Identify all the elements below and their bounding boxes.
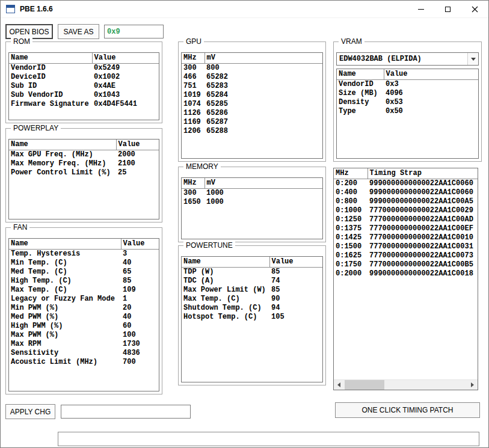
version-input[interactable] [104, 25, 164, 38]
col-header-name[interactable]: Name [337, 69, 384, 79]
table-row[interactable]: High PWM (%)60 [9, 321, 159, 330]
col-header-name[interactable]: Name [9, 239, 121, 249]
chevron-down-icon [467, 53, 478, 65]
table-row[interactable]: Sensitivity4836 [9, 348, 159, 357]
table-row[interactable]: Max Power Limit (W)85 [182, 285, 322, 294]
table-row[interactable]: Max RPM1730 [9, 339, 159, 348]
table-row[interactable]: 0:2009990000000000022AA1C0060 [334, 179, 478, 188]
table-row[interactable]: Hotspot Temp. (C)105 [182, 312, 322, 321]
table-row[interactable]: 0:12507770000000000022AA1C00AD [334, 215, 478, 224]
maximize-button[interactable] [434, 1, 461, 17]
col-header-mv[interactable]: mV [205, 178, 322, 188]
col-header-mhz[interactable]: MHz [182, 53, 205, 63]
col-header-value[interactable]: Value [116, 140, 159, 150]
table-row[interactable]: 300800 [182, 63, 322, 72]
table-row[interactable]: Shutdown Temp. (C)94 [182, 303, 322, 312]
col-header-name[interactable]: Name [182, 257, 269, 267]
col-header-mhz[interactable]: MHz [334, 168, 368, 179]
table-cell: Power Control Limit (%) [9, 168, 116, 177]
table-row[interactable]: 0:16257770000000000022AA1C0073 [334, 251, 478, 260]
table-row[interactable]: Acoustic Limit (MHz)700 [9, 357, 159, 366]
table-cell: Sensitivity [9, 348, 121, 357]
scroll-left-button[interactable] [334, 380, 344, 390]
table-row[interactable]: Density0x53 [337, 97, 478, 106]
col-header-name[interactable]: Name [9, 140, 116, 150]
one-click-timing-patch-button[interactable]: ONE CLICK TIMING PATCH [335, 402, 480, 418]
table-row[interactable]: Med PWM (%)40 [9, 312, 159, 321]
table-cell: Max Temp. (C) [9, 285, 121, 294]
table-row[interactable]: 112665286 [182, 108, 322, 117]
table-row[interactable]: 75165283 [182, 81, 322, 90]
table-row[interactable]: TDC (A)74 [182, 276, 322, 285]
col-header-mv[interactable]: mV [205, 53, 322, 63]
table-row[interactable]: TDP (W)85 [182, 267, 322, 276]
col-header-mhz[interactable]: MHz [182, 178, 205, 188]
table-row[interactable]: DeviceID0x1002 [9, 72, 159, 81]
table-row[interactable]: Max Temp. (C)90 [182, 294, 322, 303]
table-cell: Hotspot Temp. (C) [182, 312, 269, 321]
timing-horizontal-scrollbar[interactable] [334, 379, 478, 390]
fan-listview: Name Value Temp. Hysteresis3Min Temp. (C… [8, 238, 159, 391]
table-row[interactable]: 116965287 [182, 117, 322, 126]
table-row[interactable]: VendorID0x5249 [9, 63, 159, 72]
table-cell: Firmware Signature [9, 99, 92, 108]
table-row[interactable]: 3001000 [182, 188, 322, 197]
table-row[interactable]: Sub VendorID0x1043 [9, 90, 159, 99]
table-row[interactable]: Max Memory Freq. (MHz)2100 [9, 159, 159, 168]
vram-memory-select[interactable]: EDW4032BAB (ELPIDA) [336, 52, 479, 66]
table-cell: Sub VendorID [9, 90, 92, 99]
memory-group: MEMORY MHz mV 300100016501000 [178, 167, 326, 242]
table-row[interactable]: 0:15007770000000000022AA1C0031 [334, 242, 478, 251]
table-cell: Max RPM [9, 339, 121, 348]
close-button[interactable] [461, 1, 488, 17]
table-row[interactable]: 16501000 [182, 197, 322, 206]
col-header-name[interactable]: Name [9, 53, 92, 63]
scrollbar-thumb[interactable] [345, 380, 384, 390]
table-row[interactable]: 46665282 [182, 72, 322, 81]
table-row[interactable]: Max GPU Freq. (MHz)2000 [9, 150, 159, 159]
table-row[interactable]: Type0x50 [337, 106, 478, 115]
table-row[interactable]: 107465285 [182, 99, 322, 108]
table-row[interactable]: 0:4009990000000000022AA1C0060 [334, 188, 478, 197]
scroll-right-button[interactable] [467, 380, 478, 390]
apply-chg-button[interactable]: APPLY CHG [5, 404, 55, 419]
table-row[interactable]: 101965284 [182, 90, 322, 99]
table-row[interactable]: Max Temp. (C)109 [9, 285, 159, 294]
table-cell: Min PWM (%) [9, 303, 121, 312]
table-cell: TDC (A) [182, 276, 269, 285]
table-row[interactable]: Firmware Signature0x4D4F5441 [9, 99, 159, 108]
table-row[interactable]: Min PWM (%)20 [9, 303, 159, 312]
table-row[interactable]: 0:20009990000000000022AA1C0018 [334, 269, 478, 278]
table-cell: Max PWM (%) [9, 330, 121, 339]
col-header-value[interactable]: Value [269, 257, 322, 267]
scroll-left-icon [337, 382, 340, 387]
col-header-value[interactable]: Value [121, 239, 159, 249]
col-header-timing-strap[interactable]: Timing Strap [368, 168, 478, 179]
table-row[interactable]: 0:10007770000000000022AA1C0029 [334, 206, 478, 215]
apply-value-input[interactable] [61, 405, 191, 419]
save-as-button[interactable]: SAVE AS [58, 24, 99, 39]
table-row[interactable]: Max PWM (%)100 [9, 330, 159, 339]
table-row[interactable]: 0:14257770000000000022AA1C0010 [334, 233, 478, 242]
table-row[interactable]: 0:17507770000000000022AA1C00B5 [334, 260, 478, 269]
table-row[interactable]: Power Control Limit (%)25 [9, 168, 159, 177]
table-row[interactable]: Med Temp. (C)65 [9, 267, 159, 276]
col-header-value[interactable]: Value [92, 53, 159, 63]
col-header-value[interactable]: Value [384, 69, 478, 79]
table-cell: 1 [121, 294, 159, 303]
table-row[interactable]: Min Temp. (C)40 [9, 258, 159, 267]
table-row[interactable]: VendorID0x3 [337, 79, 478, 88]
minimize-button[interactable] [407, 1, 434, 17]
table-row[interactable]: Size (MB)4096 [337, 88, 478, 97]
table-row[interactable]: Sub ID0x4AE [9, 81, 159, 90]
table-cell: VendorID [9, 63, 92, 72]
table-cell: 7770000000000022AA1C0010 [368, 233, 478, 242]
table-row[interactable]: 0:13757770000000000022AA1C00EF [334, 224, 478, 233]
table-cell: 65 [121, 267, 159, 276]
table-row[interactable]: Temp. Hysteresis3 [9, 249, 159, 258]
table-cell: 65287 [205, 117, 322, 126]
table-row[interactable]: 120665288 [182, 126, 322, 135]
table-row[interactable]: Legacy or Fuzzy Fan Mode1 [9, 294, 159, 303]
table-row[interactable]: High Temp. (C)85 [9, 276, 159, 285]
table-row[interactable]: 0:8009990000000000022AA1C00A5 [334, 197, 478, 206]
